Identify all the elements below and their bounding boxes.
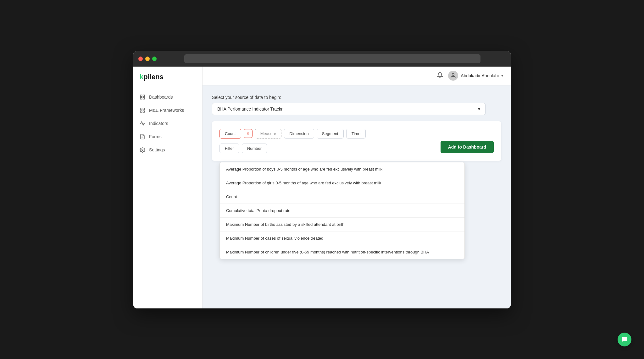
svg-rect-5: [143, 108, 145, 110]
me-grid-icon: [140, 107, 145, 113]
content-area: Select your source of data to begin: BHA…: [203, 85, 511, 308]
svg-rect-4: [140, 108, 142, 110]
data-source-dropdown[interactable]: BHA Perfomance Indicator Trackr ▾: [212, 103, 486, 115]
sidebar: kpilens Dashboards: [133, 67, 203, 308]
traffic-light-green[interactable]: [152, 57, 157, 61]
dropdown-chevron-icon: ▾: [478, 106, 480, 112]
sidebar-item-me-frameworks[interactable]: M&E Frameworks: [133, 104, 202, 117]
logo-k: k: [140, 73, 143, 81]
grid-icon: [140, 94, 145, 100]
data-source-value: BHA Perfomance Indicator Trackr: [217, 106, 283, 112]
dropdown-item-6[interactable]: Maximum Number of children under five (0…: [220, 245, 464, 259]
forms-label: Forms: [149, 134, 162, 139]
sidebar-item-settings[interactable]: Settings: [133, 143, 202, 156]
sidebar-item-forms[interactable]: Forms: [133, 130, 202, 143]
svg-rect-6: [140, 111, 142, 112]
topbar: Abdukadir Abdulahi ▾: [203, 67, 511, 85]
svg-rect-1: [143, 95, 145, 96]
data-source-label: Select your source of data to begin:: [212, 95, 501, 100]
measure-button[interactable]: Measure: [255, 129, 282, 139]
dropdown-item-5[interactable]: Maximum Number of cases of sexual violen…: [220, 231, 464, 245]
notifications-icon[interactable]: [437, 72, 443, 79]
svg-rect-3: [143, 97, 145, 99]
traffic-light-yellow[interactable]: [145, 57, 150, 61]
settings-icon: [140, 147, 145, 153]
dropdown-item-0[interactable]: Average Proportion of boys 0-5 months of…: [220, 162, 464, 176]
svg-rect-7: [143, 111, 145, 112]
settings-label: Settings: [149, 147, 165, 152]
dimension-button[interactable]: Dimension: [284, 129, 314, 139]
dropdown-item-1[interactable]: Average Proportion of girls 0-5 months o…: [220, 176, 464, 190]
indicators-icon: [140, 121, 145, 126]
count-button[interactable]: Count: [219, 129, 241, 139]
add-to-dashboard-button[interactable]: Add to Dashboard: [441, 141, 494, 153]
sidebar-item-dashboards[interactable]: Dashboards: [133, 90, 202, 104]
svg-rect-2: [140, 97, 142, 99]
sidebar-item-indicators[interactable]: Indicators: [133, 117, 202, 130]
forms-icon: [140, 134, 145, 139]
app-window: kpilens Dashboards: [133, 51, 511, 308]
titlebar: [133, 51, 511, 67]
time-button[interactable]: Time: [346, 129, 366, 139]
indicators-label: Indicators: [149, 121, 168, 126]
measure-dropdown: Average Proportion of boys 0-5 months of…: [219, 162, 465, 259]
me-frameworks-label: M&E Frameworks: [149, 108, 184, 113]
avatar: [448, 71, 458, 81]
user-name: Abdukadir Abdulahi: [461, 73, 499, 78]
query-panel: Count × Measure Dimension Segment Time F…: [212, 121, 501, 161]
svg-point-11: [452, 73, 454, 76]
dropdown-item-count[interactable]: Count: [220, 190, 464, 204]
segment-button[interactable]: Segment: [317, 129, 344, 139]
traffic-light-red[interactable]: [138, 57, 143, 61]
dropdown-item-3[interactable]: Cumulative total Penta dropout rate: [220, 204, 464, 218]
logo-text: kpilens: [140, 73, 164, 81]
chevron-down-icon: ▾: [501, 73, 503, 78]
logo-suffix: pilens: [143, 73, 164, 81]
svg-rect-0: [140, 95, 142, 96]
filter-button[interactable]: Filter: [219, 144, 239, 153]
query-toolbar: Count × Measure Dimension Segment Time: [219, 129, 494, 139]
app-container: kpilens Dashboards: [133, 67, 511, 308]
data-source-section: Select your source of data to begin: BHA…: [212, 95, 501, 115]
svg-point-10: [142, 149, 143, 150]
dashboards-label: Dashboards: [149, 95, 173, 100]
count-close-button[interactable]: ×: [244, 129, 253, 138]
logo: kpilens: [133, 73, 202, 90]
number-button[interactable]: Number: [242, 144, 267, 153]
dropdown-item-4[interactable]: Maximum Number of births assisted by a s…: [220, 218, 464, 231]
main-content: Abdukadir Abdulahi ▾ Select your source …: [203, 67, 511, 308]
user-section[interactable]: Abdukadir Abdulahi ▾: [448, 71, 503, 81]
chat-button[interactable]: [618, 333, 631, 346]
address-bar[interactable]: [184, 54, 480, 63]
